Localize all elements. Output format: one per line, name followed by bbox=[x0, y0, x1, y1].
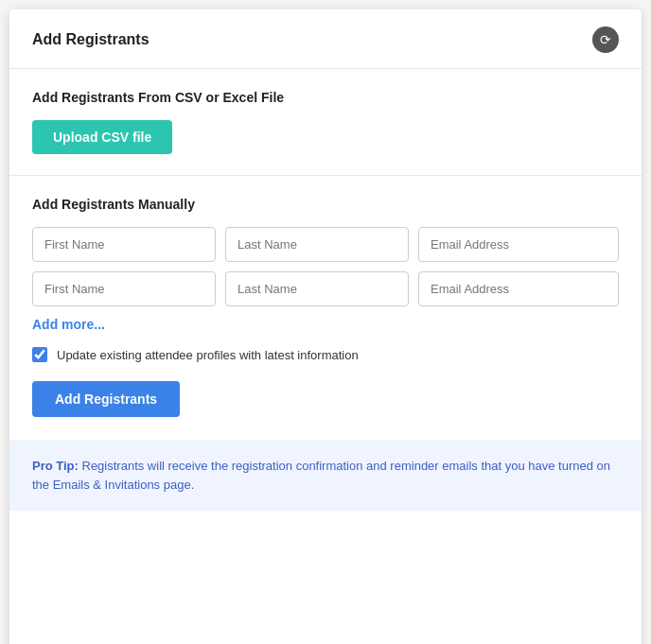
modal-title: Add Registrants bbox=[32, 31, 150, 48]
pro-tip-label: Pro Tip: bbox=[32, 459, 79, 473]
add-more-link[interactable]: Add more... bbox=[32, 317, 105, 332]
add-registrants-button[interactable]: Add Registrants bbox=[32, 381, 180, 417]
upload-csv-button[interactable]: Upload CSV file bbox=[32, 120, 172, 154]
close-button[interactable]: ⟳ bbox=[592, 26, 619, 53]
pro-tip-text: Pro Tip: Registrants will receive the re… bbox=[32, 457, 619, 494]
checkbox-row: Update existing attendee profiles with l… bbox=[32, 347, 619, 362]
first-name-input-2[interactable] bbox=[32, 271, 216, 306]
last-name-input-1[interactable] bbox=[225, 227, 409, 262]
csv-section-title: Add Registrants From CSV or Excel File bbox=[32, 90, 619, 105]
first-name-input-1[interactable] bbox=[32, 227, 216, 262]
csv-section: Add Registrants From CSV or Excel File U… bbox=[9, 69, 642, 176]
registrant-row-2 bbox=[32, 271, 619, 306]
manual-section: Add Registrants Manually Add more... Upd… bbox=[9, 176, 642, 440]
email-input-1[interactable] bbox=[418, 227, 619, 262]
pro-tip-content: Registrants will receive the registratio… bbox=[32, 459, 610, 492]
email-input-2[interactable] bbox=[418, 271, 619, 306]
manual-section-title: Add Registrants Manually bbox=[32, 197, 619, 212]
checkbox-label: Update existing attendee profiles with l… bbox=[57, 348, 359, 362]
modal-header: Add Registrants ⟳ bbox=[9, 9, 642, 69]
pro-tip-bar: Pro Tip: Registrants will receive the re… bbox=[9, 440, 642, 511]
last-name-input-2[interactable] bbox=[225, 271, 409, 306]
update-profiles-checkbox[interactable] bbox=[32, 347, 47, 362]
add-registrants-modal: Add Registrants ⟳ Add Registrants From C… bbox=[9, 9, 642, 644]
registrant-row-1 bbox=[32, 227, 619, 262]
